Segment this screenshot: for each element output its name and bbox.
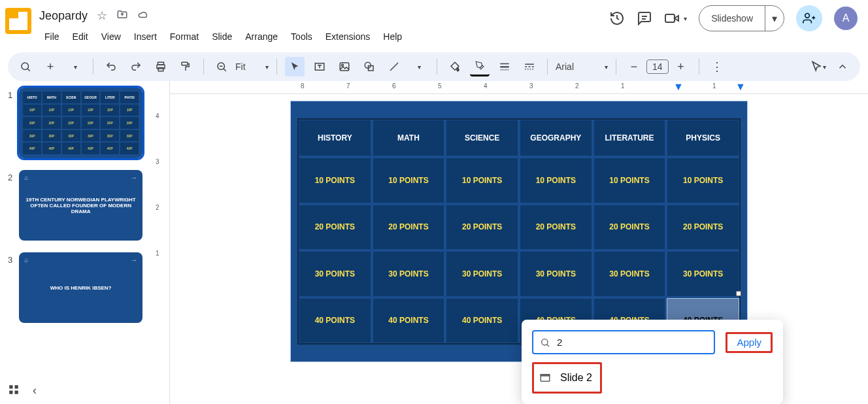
link-result-label: Slide 2	[560, 372, 592, 384]
points-cell[interactable]: 10 POINTS	[373, 158, 445, 203]
svg-rect-30	[525, 69, 526, 70]
link-result-slide-2[interactable]: Slide 2	[537, 367, 595, 389]
points-cell[interactable]: 30 POINTS	[593, 251, 666, 297]
fill-color-button[interactable]	[445, 57, 465, 76]
slides-logo-icon[interactable]	[5, 8, 31, 34]
svg-point-38	[542, 339, 548, 345]
line-button[interactable]	[384, 57, 404, 76]
points-cell[interactable]: 40 POINTS	[299, 298, 371, 344]
account-avatar[interactable]: A	[834, 7, 858, 30]
comment-icon[interactable]	[637, 10, 652, 26]
category-cell[interactable]: PHYSICS	[667, 120, 739, 156]
points-cell[interactable]: 30 POINTS	[520, 251, 592, 297]
history-icon[interactable]	[609, 10, 625, 26]
slide-thumbnail-2[interactable]: ⌂→ 19TH CENTURY NORWEGIAN PLAYWRIGHT OFT…	[19, 170, 142, 241]
svg-rect-11	[182, 62, 188, 65]
link-search-input[interactable]	[557, 337, 707, 348]
menu-edit[interactable]: Edit	[67, 29, 93, 44]
document-title[interactable]: Jeopardy	[39, 9, 88, 23]
points-cell[interactable]: 30 POINTS	[299, 251, 371, 297]
border-color-button[interactable]	[470, 57, 490, 76]
category-cell[interactable]: SCIENCE	[446, 120, 518, 156]
border-weight-button[interactable]	[495, 57, 514, 76]
points-cell[interactable]: 20 POINTS	[667, 205, 739, 250]
points-cell[interactable]: 40 POINTS	[373, 298, 445, 344]
svg-line-13	[224, 69, 226, 71]
menu-help[interactable]: Help	[378, 29, 407, 44]
border-dash-button[interactable]	[520, 57, 539, 76]
font-family-selector[interactable]: Arial ▾	[556, 61, 608, 72]
svg-rect-25	[500, 70, 509, 71]
points-cell[interactable]: 20 POINTS	[593, 205, 666, 250]
menu-format[interactable]: Format	[165, 29, 204, 44]
category-cell[interactable]: GEOGRAPHY	[520, 120, 592, 156]
svg-rect-32	[530, 69, 531, 70]
menu-view[interactable]: View	[96, 29, 126, 44]
collapse-panel-icon[interactable]: ‹	[33, 384, 37, 397]
shape-button[interactable]	[359, 57, 379, 76]
paint-format-button[interactable]	[176, 57, 195, 76]
points-cell[interactable]: 20 POINTS	[446, 205, 518, 250]
font-size-increase-button[interactable]: +	[671, 57, 691, 76]
share-button[interactable]	[796, 5, 822, 31]
points-cell[interactable]: 30 POINTS	[373, 251, 445, 297]
editing-mode-button[interactable]: ▾	[808, 57, 827, 76]
thumb-number: 1	[8, 90, 12, 100]
new-slide-button[interactable]: +	[41, 57, 60, 76]
select-tool-button[interactable]	[285, 57, 305, 76]
textbox-button[interactable]	[310, 57, 329, 76]
search-icon[interactable]	[16, 57, 35, 76]
home-icon: ⌂	[24, 256, 28, 263]
slideshow-dropdown-icon[interactable]: ▾	[765, 6, 784, 31]
zoom-dropdown-icon[interactable]: ▾	[265, 63, 269, 71]
points-cell[interactable]: 10 POINTS	[446, 158, 518, 203]
thumb-number: 2	[8, 173, 12, 182]
svg-point-19	[342, 64, 344, 66]
image-button[interactable]	[335, 57, 354, 76]
category-cell[interactable]: MATH	[373, 120, 445, 156]
line-dropdown-icon[interactable]: ▾	[409, 57, 429, 76]
thumb-number: 3	[8, 255, 12, 265]
category-cell[interactable]: HISTORY	[299, 120, 371, 156]
slide-thumbnail-3[interactable]: ⌂→ WHO IS HENRIK IBSEN?	[19, 252, 142, 323]
font-size-input[interactable]: 14	[646, 59, 669, 74]
menu-slide[interactable]: Slide	[207, 29, 237, 44]
menu-arrange[interactable]: Arrange	[240, 29, 283, 44]
slideshow-button[interactable]: Slideshow ▾	[699, 5, 784, 31]
apply-button[interactable]: Apply	[731, 333, 767, 352]
jeopardy-board: HISTORYMATHSCIENCEGEOGRAPHYLITERATUREPHY…	[297, 118, 741, 345]
menu-file[interactable]: File	[39, 29, 65, 44]
points-cell[interactable]: 10 POINTS	[667, 158, 739, 203]
points-cell[interactable]: 10 POINTS	[299, 158, 371, 203]
points-cell[interactable]: 20 POINTS	[373, 205, 445, 250]
more-options-icon[interactable]: ⋮	[707, 57, 727, 76]
slide-thumbnail-1[interactable]: HISTOMATHSCIENGEOGRLITERPHYSI10P10P10P10…	[19, 88, 142, 158]
home-icon: ⌂	[24, 174, 28, 181]
points-cell[interactable]: 20 POINTS	[520, 205, 592, 250]
new-slide-dropdown-icon[interactable]: ▾	[65, 57, 85, 76]
menu-insert[interactable]: Insert	[129, 29, 162, 44]
move-folder-icon[interactable]	[116, 8, 128, 23]
grid-view-icon[interactable]	[8, 384, 20, 397]
cloud-status-icon[interactable]	[137, 8, 149, 23]
points-cell[interactable]: 10 POINTS	[593, 158, 666, 203]
menu-extensions[interactable]: Extensions	[320, 29, 375, 44]
category-cell[interactable]: LITERATURE	[593, 120, 666, 156]
points-cell[interactable]: 30 POINTS	[667, 251, 739, 297]
points-cell[interactable]: 20 POINTS	[299, 205, 371, 250]
print-button[interactable]	[151, 57, 171, 76]
collapse-toolbar-icon[interactable]	[833, 57, 852, 76]
zoom-level[interactable]: Fit	[235, 61, 261, 72]
star-icon[interactable]: ☆	[97, 8, 107, 23]
points-cell[interactable]: 10 POINTS	[520, 158, 592, 203]
svg-rect-24	[500, 66, 509, 67]
undo-button[interactable]	[101, 57, 121, 76]
meet-button[interactable]: ▾	[664, 10, 687, 26]
points-cell[interactable]: 30 POINTS	[446, 251, 518, 297]
zoom-icon[interactable]	[212, 57, 231, 76]
redo-button[interactable]	[126, 57, 146, 76]
font-size-decrease-button[interactable]: −	[624, 57, 644, 76]
points-cell[interactable]: 40 POINTS	[446, 298, 518, 344]
menu-tools[interactable]: Tools	[286, 29, 318, 44]
link-search-field[interactable]	[532, 330, 715, 354]
